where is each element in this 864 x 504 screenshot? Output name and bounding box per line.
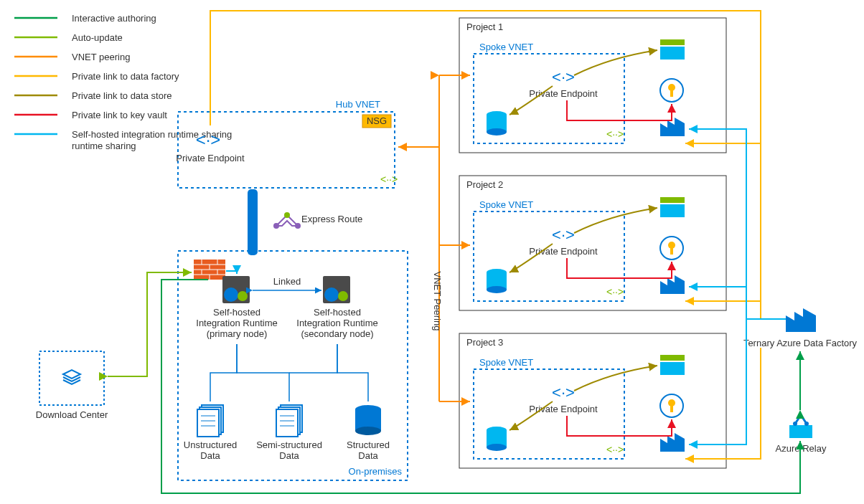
svg-rect-73	[660, 197, 685, 203]
shir-secondary-icon	[323, 276, 350, 303]
svg-point-50	[355, 427, 381, 435]
svg-rect-43	[276, 409, 298, 437]
on-premises: On-premises Linked Self-hostedIntegratio…	[178, 251, 408, 480]
private-endpoint-icon: <·>	[552, 68, 575, 86]
svg-rect-86	[660, 355, 685, 361]
svg-rect-92	[789, 425, 812, 438]
semi-structured-data-icon	[276, 405, 302, 437]
svg-rect-36	[197, 409, 219, 437]
svg-rect-61	[660, 47, 685, 60]
project-1: Project 1 Spoke VNET <·> Private Endpoin…	[459, 18, 726, 153]
svg-text:VNET Peering: VNET Peering	[432, 272, 443, 331]
svg-text:Download Center: Download Center	[36, 409, 108, 420]
storage-icon	[660, 197, 685, 217]
svg-text:Project 2: Project 2	[466, 179, 503, 190]
svg-text:Private Endpoint: Private Endpoint	[176, 153, 245, 163]
structured-data-icon	[355, 405, 381, 435]
project-2: Project 2 Spoke VNET <·> Private Endpoin…	[459, 176, 726, 310]
project-3: Project 3 Spoke VNET <·> Private Endpoin…	[459, 333, 726, 468]
svg-text:Ternary Azure Data Factory: Ternary Azure Data Factory	[743, 338, 858, 348]
architecture-diagram: Interactive authoring Auto-update VNET p…	[0, 0, 864, 504]
svg-text:Spoke VNET: Spoke VNET	[479, 199, 533, 210]
svg-rect-77	[670, 247, 673, 255]
private-endpoint-icon: <·>	[552, 384, 575, 401]
svg-point-19	[284, 212, 290, 218]
storage-icon	[660, 355, 685, 375]
svg-point-29	[338, 291, 348, 301]
legend-label: VNET peering	[72, 52, 130, 62]
vnet-tag-icon: <··>	[606, 444, 624, 455]
sql-db-icon	[487, 427, 507, 451]
svg-text:NSG: NSG	[367, 115, 387, 126]
svg-text:Private Endpoint: Private Endpoint	[529, 404, 598, 414]
svg-point-18	[295, 223, 301, 229]
unstructured-data-icon	[197, 405, 223, 437]
svg-text:Project 3: Project 3	[466, 337, 503, 348]
svg-rect-74	[660, 204, 685, 217]
private-endpoint-icon: <·>	[552, 226, 575, 244]
svg-text:<·>: <·>	[196, 130, 221, 149]
svg-point-17	[273, 223, 279, 229]
legend-label: Private link to data factory	[72, 71, 179, 82]
key-vault-icon	[660, 237, 683, 260]
svg-rect-90	[670, 405, 673, 412]
svg-text:Linked: Linked	[273, 276, 301, 287]
svg-rect-16	[248, 189, 258, 255]
svg-text:runtime sharing: runtime sharing	[72, 141, 136, 151]
svg-rect-60	[660, 39, 685, 45]
svg-text:Self-hostedIntegration Runtime: Self-hostedIntegration Runtime(primary n…	[196, 307, 277, 339]
svg-text:StructuredData: StructuredData	[347, 439, 390, 461]
svg-text:Azure Relay: Azure Relay	[776, 443, 827, 454]
svg-point-85	[487, 444, 507, 451]
svg-point-26	[238, 291, 248, 301]
vnet-tag-icon: <··>	[606, 286, 624, 298]
download-center: Download Center	[36, 351, 108, 420]
svg-text:Express Route: Express Route	[301, 214, 362, 224]
vnet-tag-icon: <··>	[606, 128, 624, 140]
svg-text:Project 1: Project 1	[466, 22, 503, 32]
svg-text:Spoke VNET: Spoke VNET	[479, 357, 533, 368]
legend-label: Auto-update	[72, 32, 123, 43]
svg-rect-64	[670, 90, 673, 97]
express-route: Express Route	[248, 189, 362, 255]
firewall-icon	[194, 260, 225, 280]
sql-db-icon	[487, 111, 507, 135]
svg-text:Semi-structuredData: Semi-structuredData	[256, 439, 322, 461]
svg-point-93	[793, 422, 797, 426]
svg-point-59	[487, 128, 507, 135]
key-vault-icon	[660, 79, 683, 102]
private-endpoint-icon: <·>	[196, 130, 221, 149]
sql-db-icon	[487, 269, 507, 293]
svg-text:Hub VNET: Hub VNET	[336, 99, 380, 110]
legend-label: Private link to data store	[72, 90, 172, 101]
key-vault-icon	[660, 394, 683, 417]
svg-text:Private Endpoint: Private Endpoint	[529, 88, 598, 99]
svg-point-94	[804, 422, 809, 426]
storage-icon	[660, 39, 685, 60]
svg-point-28	[324, 287, 339, 302]
shir-primary-icon	[222, 276, 250, 303]
svg-text:UnstructuredData: UnstructuredData	[184, 439, 237, 461]
legend-label: Interactive authoring	[72, 13, 156, 24]
svg-text:On-premises: On-premises	[349, 466, 403, 477]
hub-vnet: Hub VNET NSG <·> Private Endpoint <··>	[176, 99, 398, 188]
svg-point-25	[224, 287, 238, 302]
vnet-tag-icon: <··>	[380, 173, 398, 185]
svg-rect-87	[660, 362, 685, 375]
azure-relay: Azure Relay	[776, 415, 827, 454]
svg-text:Private Endpoint: Private Endpoint	[529, 246, 598, 257]
legend-label: Private link to key vault	[72, 110, 167, 120]
svg-point-72	[487, 286, 507, 293]
svg-text:Spoke VNET: Spoke VNET	[479, 42, 533, 52]
svg-text:Self-hostedIntegration Runtime: Self-hostedIntegration Runtime(secondary…	[296, 307, 377, 339]
